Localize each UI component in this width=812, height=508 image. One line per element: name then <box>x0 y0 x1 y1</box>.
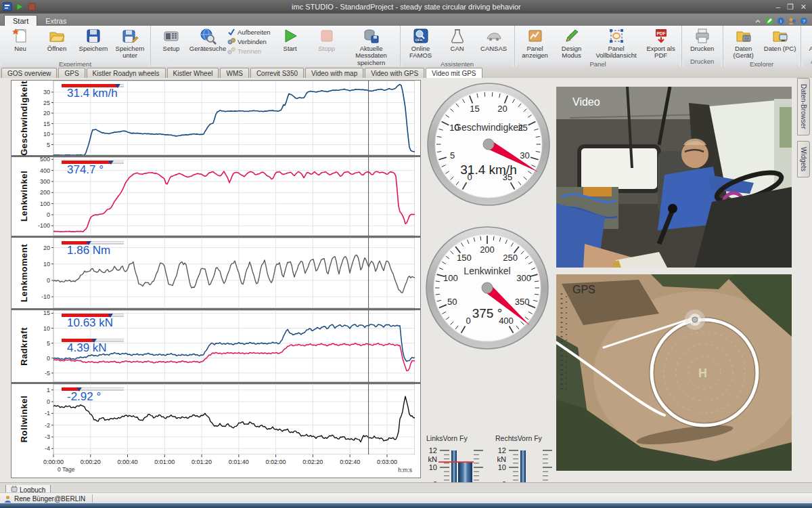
svg-text:375 °: 375 ° <box>472 306 503 320</box>
play-icon[interactable] <box>15 2 24 12</box>
chart-strip-radkraft[interactable]: Radkraft-505101510.63 kN4.39 kN <box>12 310 420 382</box>
drucken-button[interactable]: Drucken <box>684 26 721 52</box>
time-axis: 0:00:000:00:200:00:400:01:000:01:200:01:… <box>12 454 420 473</box>
cansas-button[interactable]: CANSAS <box>476 26 512 52</box>
meter-title: LinksVorn Fy <box>426 434 484 444</box>
ribbon-tab-row: Start Extras i ? <box>0 14 812 26</box>
stop-icon <box>318 27 336 45</box>
range-slider[interactable] <box>62 314 124 317</box>
svg-text:kN: kN <box>428 455 438 463</box>
trennen-button[interactable]: Trennen <box>227 47 271 55</box>
stopp-button[interactable]: Stopp <box>309 26 345 52</box>
button-label: Drucken <box>690 45 714 52</box>
docked-side-tabs: Daten-Browser Widgets <box>797 78 810 177</box>
panel-tab-video-with-gps[interactable]: Video with GPS <box>365 68 424 78</box>
side-tab-daten-browser[interactable]: Daten-Browser <box>797 78 810 135</box>
button-label: Export als PDF <box>644 45 679 60</box>
info-icon[interactable]: i <box>777 16 785 24</box>
panel-fullscreen-icon <box>608 27 625 45</box>
button-label: Neu <box>14 45 26 52</box>
video-widget: Video <box>556 87 792 268</box>
panel-tab-video-with-map[interactable]: Video with map <box>305 68 363 78</box>
panel-tab-wms[interactable]: WMS <box>220 68 248 78</box>
svg-text:0:01:00: 0:01:00 <box>154 459 175 465</box>
cansas-car-icon <box>485 27 503 45</box>
range-slider[interactable] <box>62 84 124 87</box>
edit-icon[interactable] <box>765 16 773 24</box>
group-label: Drucken <box>684 57 721 66</box>
collapse-ribbon-icon[interactable] <box>754 16 762 24</box>
aufbereiten-button[interactable]: Aufbereiten <box>227 28 271 36</box>
ffnen-button[interactable]: Öffnen <box>39 26 75 52</box>
readout-value: 4.39 kN <box>67 342 124 354</box>
export-als-pdf-button[interactable]: PDFExport als PDF <box>643 26 679 60</box>
panel-tab-video-mit-gps[interactable]: Video mit GPS <box>426 68 482 79</box>
online-famos-button[interactable]: OFAOnline FAMOS <box>403 26 439 60</box>
channel-readout: 31.4 km/h <box>62 84 124 99</box>
help-icon[interactable]: ? <box>800 16 808 24</box>
svg-text:20: 20 <box>43 245 50 251</box>
minimize-button[interactable]: – <box>776 3 780 12</box>
range-slider[interactable] <box>62 339 124 342</box>
restore-button[interactable]: ❐ <box>787 3 794 12</box>
speichern-button[interactable]: Speichern <box>75 26 112 52</box>
svg-text:300: 300 <box>40 178 50 185</box>
button-label: Panel anzeigen <box>518 45 553 60</box>
svg-text:0: 0 <box>47 211 50 218</box>
svg-text:200: 200 <box>40 189 50 196</box>
close-button[interactable]: ✕ <box>800 3 807 12</box>
users-icon[interactable] <box>788 16 796 24</box>
panel-tab-gps[interactable]: GPS <box>58 68 85 78</box>
aktuelle-messdaten-speichern-button[interactable]: Aktuelle Messdaten speichern <box>345 26 398 66</box>
start-button[interactable]: Start <box>272 26 309 52</box>
chart-strip-lenkmoment[interactable]: Lenkmoment-10010201.86 Nm <box>12 238 420 308</box>
button-label: Panel Vollbildansicht <box>591 45 642 60</box>
ribbon-tab-extras[interactable]: Extras <box>37 16 74 26</box>
design-modus-button[interactable]: Design Modus <box>554 26 590 60</box>
ribbon-group-experiment: NeuÖffnenSpeichernSpeichern unterExperim… <box>0 26 151 66</box>
button-label: Design Modus <box>554 45 589 60</box>
ribbon-stack: AufbereitenVerbindenTrennen <box>226 26 272 57</box>
speichern-unter-button[interactable]: Speichern unter <box>112 26 148 60</box>
button-label: Setup <box>163 45 180 52</box>
panel-tab-kistler-wheel[interactable]: Kistler Wheel <box>167 68 219 78</box>
svg-text:12: 12 <box>498 446 506 454</box>
svg-text:20: 20 <box>497 104 507 114</box>
gps-widget: GPS H <box>556 274 792 471</box>
panel-tab-kistler-roadyn-wheels[interactable]: Kistler Roadyn wheels <box>87 68 166 78</box>
button-label: Daten (PC) <box>764 45 796 52</box>
panel-anzeigen-button[interactable]: Panel anzeigen <box>517 26 554 60</box>
helipad-mark: H <box>698 366 707 381</box>
chart-strip-geschwindigkeit[interactable]: Geschwindigkeit5101520253031.4 km/h <box>12 81 420 155</box>
chart-strip-lenkwinkel[interactable]: Lenkwinkel-1000100200300400500374.7 ° <box>12 157 420 236</box>
svg-text:-10: -10 <box>41 293 50 300</box>
curve-window[interactable]: Geschwindigkeit5101520253031.4 km/hLenkw… <box>11 80 421 478</box>
disconnect-icon <box>227 47 235 55</box>
ger-tesuche-button[interactable]: Gerätesuche <box>189 26 226 52</box>
ribbon-tab-start[interactable]: Start <box>4 15 37 26</box>
daten-ger-t-button[interactable]: Daten (Gerät) <box>725 26 762 60</box>
svg-text:0:01:20: 0:01:20 <box>191 459 212 465</box>
verbinden-button[interactable]: Verbinden <box>227 37 271 45</box>
chart-strip-rollwinkel[interactable]: Rollwinkel-4-3-2-101-2.92 ° <box>12 384 420 454</box>
can-button[interactable]: CAN <box>439 26 476 52</box>
neu-button[interactable]: Neu <box>2 26 39 52</box>
range-slider[interactable] <box>62 241 124 245</box>
setup-button[interactable]: Setup <box>153 26 189 52</box>
readout-value: 10.63 kN <box>67 317 124 329</box>
daten-pc-button[interactable]: Daten (PC) <box>762 26 798 52</box>
svg-text:0: 0 <box>47 277 50 284</box>
panel-tab-correvit-s350[interactable]: Correvit S350 <box>250 68 304 78</box>
stop-icon[interactable] <box>27 2 37 12</box>
range-slider[interactable] <box>62 387 124 391</box>
panel-tab-gos-overview[interactable]: GOS overview <box>1 68 57 78</box>
channel-name: Radkraft <box>12 310 36 382</box>
range-slider[interactable] <box>62 161 124 164</box>
auswahl-button[interactable]: Auswahl <box>803 26 812 52</box>
button-label: CAN <box>451 45 464 52</box>
panel-vollbildansicht-button[interactable]: Panel Vollbildansicht <box>590 26 643 60</box>
button-label: Verbinden <box>238 38 267 45</box>
gauge-geschwindigkeit: 05101520253035Geschwindigkeit31.4 km/h <box>425 81 552 211</box>
panel-canvas: Geschwindigkeit5101520253031.4 km/hLenkw… <box>0 78 812 482</box>
side-tab-widgets[interactable]: Widgets <box>797 141 810 177</box>
